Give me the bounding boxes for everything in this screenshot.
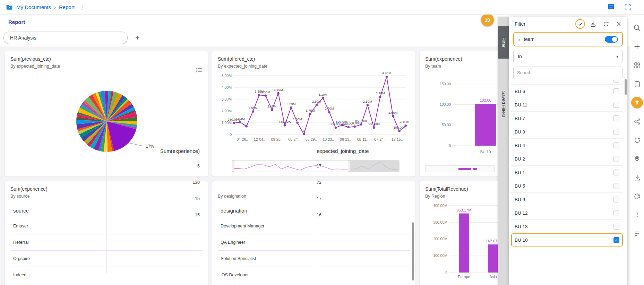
download-icon[interactable] bbox=[633, 173, 641, 182]
checkbox-icon[interactable] bbox=[613, 170, 619, 175]
comment-icon[interactable] bbox=[607, 3, 615, 11]
alert-icon[interactable]: ! bbox=[633, 211, 641, 219]
legend-icon[interactable] bbox=[196, 67, 203, 75]
checkbox-icon[interactable] bbox=[613, 156, 619, 162]
topbar: My Documents › Report ⋮ bbox=[0, 0, 644, 15]
svg-text:0: 0 bbox=[449, 144, 451, 148]
filter-item-bu-10[interactable]: BU 10✓ bbox=[511, 233, 623, 247]
svg-text:2.50M: 2.50M bbox=[312, 100, 321, 103]
filter-item-label: BU 9 bbox=[515, 197, 613, 202]
filter-item-bu-13[interactable]: BU 13 bbox=[511, 220, 623, 233]
range-selector[interactable] bbox=[425, 165, 495, 172]
svg-text:09-28..: 09-28.. bbox=[271, 137, 283, 141]
search-input[interactable] bbox=[517, 70, 619, 75]
notes-icon[interactable] bbox=[633, 230, 641, 238]
filter-item-label: BU 10 bbox=[515, 238, 613, 243]
location-icon[interactable] bbox=[633, 155, 641, 163]
filter-item-label: BU 5 bbox=[515, 183, 613, 189]
filter-item-bu-2[interactable]: BU 2 bbox=[511, 152, 623, 166]
svg-text:08-11..: 08-11.. bbox=[357, 137, 368, 141]
checkbox-icon[interactable] bbox=[613, 210, 619, 216]
checkbox-icon[interactable] bbox=[613, 88, 619, 94]
panel-scrollbar[interactable] bbox=[625, 79, 627, 95]
filter-value-list: BU 6BU 11BU 7BU 8BU 4BU 2BU 1BU 5BU 9BU … bbox=[509, 80, 624, 285]
checkbox-icon[interactable] bbox=[613, 102, 619, 108]
filter-toggle[interactable] bbox=[605, 36, 618, 43]
table-cell: Solution Specialist bbox=[218, 256, 314, 261]
filter-item-bu-6[interactable]: BU 6 bbox=[511, 85, 623, 98]
checkbox-icon[interactable] bbox=[613, 224, 619, 230]
breadcrumb-report[interactable]: Report bbox=[59, 4, 75, 10]
filter-item-bu-11[interactable]: BU 11 bbox=[511, 98, 623, 112]
filter-icon[interactable] bbox=[631, 97, 643, 109]
back-chevron-icon[interactable]: ‹ bbox=[518, 36, 520, 43]
search-icon[interactable] bbox=[633, 24, 641, 32]
table-cell: Orgspire bbox=[10, 256, 106, 261]
filter-field-team[interactable]: ‹ team bbox=[513, 32, 623, 46]
checkbox-icon[interactable] bbox=[613, 80, 619, 83]
filter-item-label: BU 1 bbox=[515, 170, 613, 175]
svg-text:1.56M: 1.56M bbox=[388, 111, 397, 114]
checkbox-icon[interactable] bbox=[613, 129, 619, 135]
share-icon[interactable] bbox=[633, 117, 641, 126]
filter-item-bu-9[interactable]: BU 9 bbox=[511, 193, 623, 206]
svg-text:05-24..: 05-24.. bbox=[288, 137, 300, 141]
svg-text:102.00: 102.00 bbox=[480, 98, 491, 102]
filter-panel-title: Filter bbox=[515, 21, 572, 27]
table-header[interactable]: source bbox=[10, 208, 106, 214]
checkbox-icon[interactable] bbox=[613, 183, 619, 189]
svg-text:4.90M: 4.90M bbox=[382, 71, 391, 75]
clipboard-icon[interactable] bbox=[633, 80, 641, 88]
filter-item-bu-7[interactable]: BU 7 bbox=[511, 112, 623, 125]
filter-item-label: BU 11 bbox=[515, 102, 613, 107]
breadcrumb-my-documents[interactable]: My Documents bbox=[16, 4, 51, 10]
table-cell: Emuser bbox=[10, 224, 106, 228]
filter-item-partial bbox=[511, 80, 623, 85]
tab-hr-analysis[interactable]: HR Analysis bbox=[3, 32, 128, 44]
close-panel-icon[interactable] bbox=[614, 19, 624, 29]
table-header[interactable]: designation bbox=[218, 208, 314, 214]
table-scrollbar[interactable] bbox=[412, 222, 414, 280]
kebab-menu-icon[interactable]: ⋮ bbox=[79, 3, 85, 11]
line-chart[interactable]: 5.00M4.00M3.00M2.00M1.00M0980.00K1.04M1.… bbox=[218, 69, 410, 145]
tab-filter-vertical[interactable]: Filter bbox=[498, 26, 509, 59]
filter-item-bu-5[interactable]: BU 5 bbox=[511, 179, 623, 193]
svg-text:100.00: 100.00 bbox=[440, 102, 451, 106]
checkbox-checked-icon[interactable]: ✓ bbox=[613, 237, 619, 243]
svg-text:590.00K: 590.00K bbox=[368, 122, 380, 126]
svg-text:0: 0 bbox=[445, 270, 447, 275]
svg-text:3.10M: 3.10M bbox=[318, 93, 327, 96]
operator-dropdown[interactable]: In ▾ bbox=[513, 50, 623, 63]
checkbox-icon[interactable] bbox=[613, 142, 619, 148]
add-tab-button[interactable]: + bbox=[135, 34, 140, 42]
operator-value: In bbox=[518, 54, 522, 59]
checkbox-icon[interactable] bbox=[613, 115, 619, 121]
svg-text:3.20M: 3.20M bbox=[376, 91, 385, 95]
checkbox-icon[interactable] bbox=[613, 197, 619, 202]
svg-text:4.00M: 4.00M bbox=[222, 85, 232, 89]
filter-item-bu-4[interactable]: BU 4 bbox=[511, 139, 623, 152]
chevron-down-icon: ▾ bbox=[616, 54, 618, 59]
svg-text:200.00M: 200.00M bbox=[433, 237, 447, 241]
filter-item-bu-1[interactable]: BU 1 bbox=[511, 166, 623, 179]
table-cell: 15 bbox=[106, 213, 203, 285]
refresh-filter-icon[interactable] bbox=[601, 19, 611, 29]
palette-icon[interactable] bbox=[633, 192, 641, 200]
refresh-icon[interactable] bbox=[633, 136, 641, 144]
svg-text:300.00K: 300.00K bbox=[393, 126, 406, 129]
folder-icon[interactable] bbox=[6, 3, 13, 11]
svg-text:353.17M: 353.17M bbox=[457, 208, 472, 212]
table-row[interactable]: Indeed15 bbox=[10, 267, 203, 283]
filter-item-bu-8[interactable]: BU 8 bbox=[511, 125, 623, 139]
tab-saved-filters-vertical[interactable]: Saved Filters bbox=[498, 83, 509, 126]
add-icon[interactable] bbox=[633, 42, 641, 51]
table-cell: Indeed bbox=[10, 273, 106, 277]
widgets-icon[interactable] bbox=[633, 61, 641, 69]
svg-text:0: 0 bbox=[230, 132, 232, 137]
table-row[interactable]: iOS Developer16 bbox=[218, 267, 410, 283]
fullscreen-icon[interactable] bbox=[624, 3, 632, 11]
save-filter-icon[interactable] bbox=[588, 19, 598, 29]
filter-item-bu-12[interactable]: BU 12 bbox=[511, 206, 623, 220]
apply-filter-icon[interactable] bbox=[575, 19, 585, 29]
table-cell: QA Engineer bbox=[218, 240, 314, 245]
